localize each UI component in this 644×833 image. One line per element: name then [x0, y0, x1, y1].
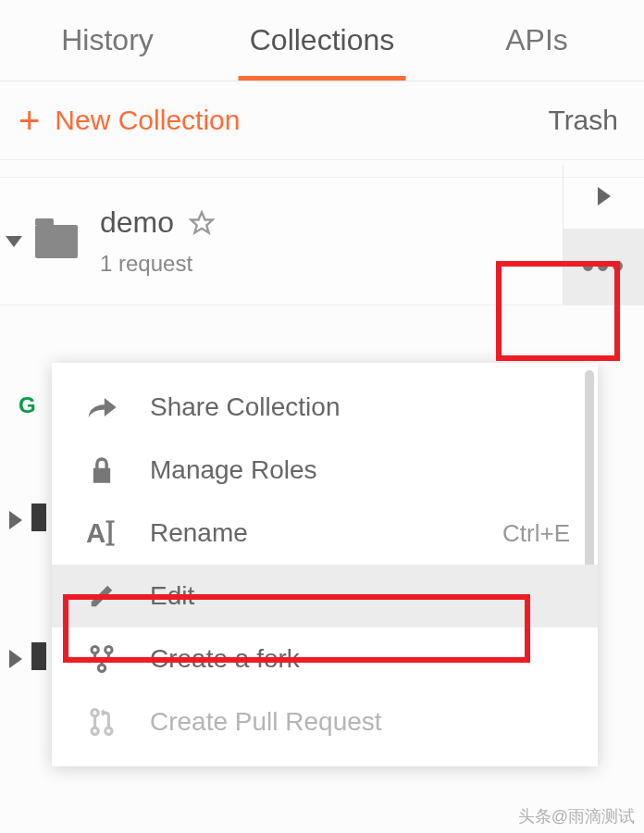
collection-row[interactable]: demo 1 request ••• [0, 177, 644, 305]
fork-icon [80, 644, 124, 674]
caret-right-icon[interactable] [9, 650, 22, 668]
rename-icon: A [80, 519, 124, 547]
menu-item-create-pull-request: Create Pull Request [52, 690, 598, 753]
tab-collections[interactable]: Collections [215, 1, 429, 80]
method-badge: G [19, 392, 36, 418]
menu-label: Share Collection [150, 392, 570, 422]
svg-point-6 [105, 646, 112, 653]
collection-subtitle: 1 request [100, 251, 633, 277]
caret-right-icon [598, 187, 611, 205]
collection-info: demo 1 request [100, 205, 633, 277]
menu-label: Rename [150, 518, 502, 548]
menu-item-share[interactable]: Share Collection [52, 376, 598, 439]
menu-item-manage-roles[interactable]: Manage Roles [52, 439, 598, 502]
caret-right-icon[interactable] [9, 511, 22, 529]
sidebar-tabs: History Collections APIs [0, 0, 644, 81]
menu-label: Create Pull Request [150, 707, 570, 737]
new-collection-label: New Collection [55, 105, 240, 136]
expand-panel-button[interactable] [564, 165, 644, 229]
svg-marker-0 [191, 212, 212, 232]
folder-icon [35, 225, 78, 258]
pencil-icon [80, 582, 124, 610]
menu-item-create-fork[interactable]: Create a fork [52, 628, 598, 690]
collection-context-menu: Share Collection Manage Roles A Rename C… [52, 363, 598, 766]
share-icon [80, 393, 124, 421]
bg-bar [31, 642, 46, 670]
collections-toolbar: + New Collection Trash [0, 81, 644, 160]
menu-label: Edit [150, 581, 570, 611]
svg-point-9 [92, 727, 98, 734]
collection-name: demo [100, 205, 174, 240]
menu-item-rename[interactable]: A Rename Ctrl+E [52, 502, 598, 565]
bg-bar [31, 504, 46, 531]
svg-text:A: A [86, 519, 105, 547]
more-actions-button[interactable]: ••• [564, 229, 644, 305]
menu-shortcut: Ctrl+E [502, 519, 570, 548]
svg-point-10 [105, 727, 112, 734]
menu-label: Manage Roles [150, 455, 570, 485]
row-actions: ••• [563, 165, 644, 305]
menu-label: Create a fork [150, 644, 570, 674]
tab-history[interactable]: History [0, 1, 215, 80]
plus-icon: + [19, 102, 40, 139]
watermark: 头条@雨滴测试 [518, 805, 635, 827]
new-collection-button[interactable]: + New Collection [19, 102, 240, 139]
expand-caret-icon[interactable] [6, 236, 22, 247]
menu-item-edit[interactable]: Edit [52, 565, 598, 628]
pull-request-icon [80, 707, 124, 737]
svg-point-8 [92, 709, 98, 715]
svg-point-5 [92, 646, 98, 653]
trash-link[interactable]: Trash [548, 105, 618, 136]
svg-point-7 [98, 665, 105, 671]
tab-apis[interactable]: APIs [429, 1, 644, 80]
star-icon[interactable] [189, 210, 215, 236]
lock-icon [80, 455, 124, 485]
